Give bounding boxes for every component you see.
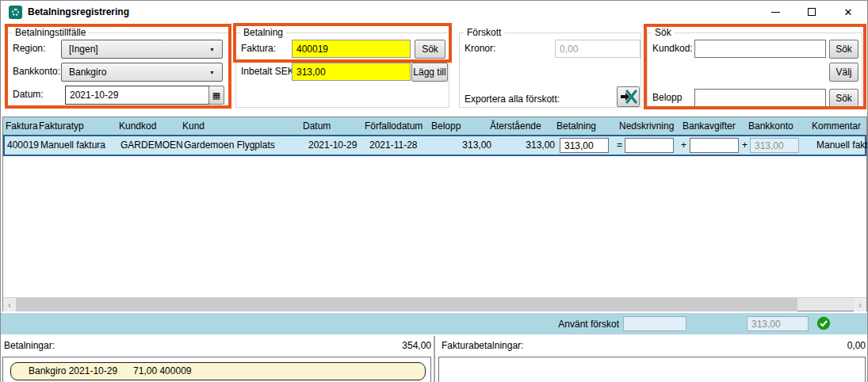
minimize-button[interactable]: [757, 1, 793, 23]
column-header-forfallodatum[interactable]: Förfallodatum: [365, 120, 423, 132]
cell-fakturatyp: Manuell faktura: [40, 139, 105, 151]
cell-faktura: 400019: [7, 139, 39, 151]
valj-button[interactable]: Välj: [829, 63, 858, 82]
betalningar-total: 354,00: [352, 340, 431, 351]
column-header-kundkod[interactable]: Kundkod: [119, 120, 156, 132]
group-forskott: Förskott Kronor: Exportera alla förskott…: [459, 32, 641, 108]
group-sok-title: Sök: [652, 27, 675, 38]
exportera-excel-button[interactable]: [617, 86, 640, 107]
bankavgifter-cell-input[interactable]: [690, 138, 739, 153]
kundkod-sok-button[interactable]: Sök: [829, 40, 858, 59]
column-header-faktura[interactable]: Faktura: [6, 120, 38, 132]
column-header-betalning[interactable]: Betalning: [556, 120, 596, 132]
cell-belopp: 313,00: [433, 139, 491, 151]
bankkonto-cell-input: [750, 138, 799, 153]
close-button[interactable]: ✕: [830, 1, 866, 23]
calendar-icon: ▦: [212, 91, 220, 100]
faktura-input[interactable]: [292, 40, 411, 58]
minimize-icon: [771, 12, 780, 13]
column-header-kund[interactable]: Kund: [182, 120, 205, 132]
column-header-nedskrivning[interactable]: Nedskrivning: [619, 120, 674, 132]
datum-input[interactable]: [65, 86, 209, 105]
inbetalt-input[interactable]: [292, 63, 411, 81]
faktura-label: Faktura:: [241, 43, 276, 54]
valj-button-label: Välj: [835, 67, 851, 78]
cell-forfallodatum: 2021-11-28: [369, 139, 418, 151]
maximize-button[interactable]: [793, 1, 830, 23]
close-icon: ✕: [844, 6, 853, 18]
betalning-cell-input[interactable]: [560, 138, 609, 153]
grid-header: Faktura Fakturatyp Kundkod Kund Datum Fö…: [3, 117, 866, 135]
scroll-right-button[interactable]: ›: [854, 298, 866, 311]
title-bar: Betalningsregistrering ✕: [1, 1, 867, 23]
maximize-icon: [808, 8, 816, 16]
app-icon: [9, 6, 22, 19]
datum-label: Datum:: [13, 89, 44, 100]
fakturabetalningar-list: [438, 357, 866, 382]
panel-divider: [434, 336, 435, 382]
bankkonto-dropdown[interactable]: Bankgiro ▼: [61, 63, 223, 82]
window-title: Betalningsregistrering: [28, 6, 129, 17]
anvant-forskott-input: [623, 316, 686, 331]
column-header-belopp[interactable]: Belopp: [431, 120, 461, 132]
column-header-bankavgifter[interactable]: Bankavgifter: [683, 120, 736, 132]
group-sok: Sök Kundkod: Sök Välj Belopp Sök: [647, 32, 862, 108]
scroll-left-icon: ‹: [8, 299, 11, 311]
betalningar-list-item[interactable]: Bankgiro 2021-10-29 71,00 400009: [10, 362, 426, 380]
bankkonto-dropdown-value: Bankgiro: [69, 67, 106, 78]
plus-sign-2: +: [742, 139, 748, 151]
betalningsregistrering-window: Betalningsregistrering ✕ Betalningstillf…: [0, 0, 868, 382]
cell-datum: 2021-10-29: [308, 139, 357, 151]
lagg-till-button[interactable]: Lägg till: [411, 63, 448, 82]
betalningar-label: Betalningar:: [4, 340, 55, 351]
group-betalningstillfalle-title: Betalningstillfälle: [12, 27, 89, 38]
betalningar-list: Bankgiro 2021-10-29 71,00 400009: [2, 357, 431, 382]
check-circle-icon: [816, 316, 831, 330]
kundkod-label: Kundkod:: [652, 43, 693, 54]
invoice-grid: Faktura Fakturatyp Kundkod Kund Datum Fö…: [2, 117, 867, 311]
faktura-sok-button[interactable]: Sök: [415, 40, 445, 59]
chevron-down-icon: ▼: [209, 70, 215, 75]
bankkonto-label: Bankkonto:: [13, 66, 60, 77]
column-header-fakturatyp[interactable]: Fakturatyp: [39, 120, 84, 132]
belopp-sok-button[interactable]: Sök: [829, 89, 858, 108]
horizontal-scrollbar[interactable]: ‹ ›: [3, 297, 866, 311]
region-dropdown[interactable]: [Ingen] ▼: [61, 40, 223, 59]
scroll-left-button[interactable]: ‹: [3, 298, 16, 311]
group-forskott-title: Förskott: [464, 27, 504, 38]
group-betalning: Betalning Faktura: Sök Inbetalt SEK: Läg…: [235, 32, 449, 108]
lagg-till-button-label: Lägg till: [413, 67, 445, 78]
column-header-aterstaende[interactable]: Återstående: [490, 120, 541, 132]
kundkod-sok-button-label: Sök: [835, 44, 852, 55]
kronor-input: [555, 40, 640, 58]
belopp-input[interactable]: [694, 89, 826, 107]
fakturabetalningar-total: 0,00: [786, 340, 866, 351]
kronor-label: Kronor:: [465, 43, 495, 54]
column-header-bankkonto[interactable]: Bankkonto: [748, 120, 793, 132]
app-icon-ring: [12, 9, 19, 16]
scroll-right-icon: ›: [858, 299, 862, 311]
equals-sign: =: [617, 139, 622, 151]
fakturabetalningar-label: Fakturabetalningar:: [442, 340, 523, 351]
cell-kund: Gardemoen Flygplats: [184, 139, 275, 151]
cell-kommentar: Manuell fakt: [816, 139, 868, 151]
nedskrivning-cell-input[interactable]: [625, 138, 674, 153]
cell-aterstaende: 313,00: [491, 139, 555, 151]
inbetalt-label: Inbetalt SEK:: [241, 66, 296, 77]
anvant-forskott-value-input: [747, 316, 809, 331]
kundkod-input[interactable]: [694, 40, 826, 58]
excel-export-icon: [620, 90, 637, 104]
plus-sign-1: +: [681, 139, 686, 151]
calendar-button[interactable]: ▦: [208, 86, 224, 105]
anvant-forskott-label: Använt förskot: [476, 319, 619, 330]
belopp-sok-button-label: Sök: [835, 93, 852, 104]
exportera-label: Exportera alla förskott:: [465, 94, 560, 105]
scroll-thumb[interactable]: [16, 298, 797, 311]
invoice-row[interactable]: 400019 Manuell faktura GARDEMOEN Gardemo…: [3, 135, 866, 156]
belopp-label: Belopp: [652, 92, 682, 103]
region-label: Region:: [13, 43, 45, 54]
column-header-kommentar[interactable]: Kommentar: [812, 120, 861, 132]
group-betalningstillfalle: Betalningstillfälle Region: [Ingen] ▼ Ba…: [7, 32, 229, 108]
anvant-forskott-bar: Använt förskot: [1, 313, 868, 334]
column-header-datum[interactable]: Datum: [303, 120, 331, 132]
